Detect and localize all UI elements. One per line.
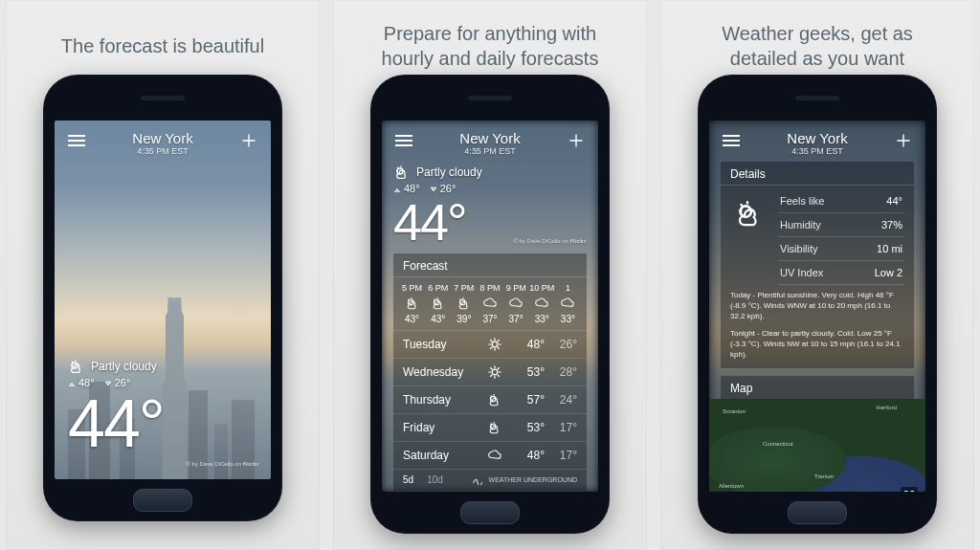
partly-cloudy-icon — [68, 358, 85, 375]
arrow-up-icon — [68, 379, 76, 386]
main-content[interactable]: Details Feels like44°Humidity37%Visibili… — [709, 162, 925, 489]
local-time: 4:35 PM EST — [132, 146, 192, 156]
location-header[interactable]: New York 4:35 PM EST — [787, 130, 847, 156]
tab-10d[interactable]: 10d — [427, 474, 443, 485]
tagline: Weather geeks, get as detailed as you wa… — [693, 17, 942, 75]
forecast-card: Forecast 5 PM 43°6 PM 43°7 PM 39°8 PM 37… — [393, 253, 587, 491]
detail-row: Visibility10 mi — [778, 237, 904, 261]
today-narrative: Today - Plentiful sunshine. Very cold. H… — [721, 285, 914, 329]
app-screen-main: New York 4:35 PM EST Partly cloudy 48° 2… — [55, 121, 271, 479]
weather-underground-icon — [472, 475, 485, 485]
app-screen-forecast: New York 4:35 PM EST Partly cloudy 48° 2… — [382, 121, 598, 492]
day-row[interactable]: Friday 53° 17° — [393, 413, 587, 441]
phone-frame: New York 4:35 PM EST Partly cloudy 48° 2… — [43, 75, 282, 521]
cloudy-icon — [508, 296, 523, 311]
hour-slot: 1 33° — [555, 283, 581, 324]
home-button[interactable] — [788, 501, 847, 524]
speaker-slot — [795, 96, 839, 100]
hour-slot: 5 PM 43° — [399, 283, 425, 324]
promo-panel-3: Weather geeks, get as detailed as you wa… — [660, 0, 974, 550]
arrow-up-icon — [393, 185, 401, 192]
tonight-narrative: Tonight - Clear to partly cloudy. Cold. … — [721, 329, 914, 367]
expand-map-button[interactable] — [901, 487, 918, 492]
map-card: Map Scranton Hartford Connecticut Allent… — [721, 376, 914, 492]
detail-row: Feels like44° — [778, 189, 904, 213]
details-card: Details Feels like44°Humidity37%Visibili… — [721, 162, 914, 368]
top-bar: New York 4:35 PM EST — [709, 121, 925, 160]
hour-slot: 7 PM 39° — [451, 283, 477, 324]
cloudy-icon — [482, 296, 498, 311]
daily-forecast: Tuesday 48° 26°Wednesday 53° 28°Thursday… — [393, 330, 587, 469]
hour-slot: 8 PM 37° — [477, 283, 502, 324]
city-name: New York — [459, 130, 520, 146]
provider-credit: WEATHER UNDERGROUND — [472, 474, 577, 485]
local-time: 4:35 PM EST — [459, 146, 520, 156]
day-row[interactable]: Thursday 57° 24° — [393, 385, 587, 413]
main-content: Partly cloudy 48° 26° 44° © by Dave DiCe… — [55, 160, 271, 474]
tagline: The forecast is beautiful — [61, 17, 264, 75]
condition-text: Partly cloudy — [91, 360, 157, 373]
city-name: New York — [132, 130, 192, 146]
add-location-icon[interactable] — [238, 130, 259, 151]
sunny-icon — [487, 364, 502, 380]
phone-frame: New York 4:35 PM EST Partly cloudy 48° 2… — [370, 75, 610, 534]
sunny-icon — [487, 337, 502, 352]
forecast-heading: Forecast — [393, 253, 587, 277]
partly-cloudy-icon — [393, 164, 411, 181]
top-bar: New York 4:35 PM EST — [55, 121, 271, 160]
cloudy-icon — [534, 296, 549, 311]
weather-map[interactable]: Scranton Hartford Connecticut Allentown … — [709, 399, 925, 492]
day-row[interactable]: Tuesday 48° 26° — [393, 330, 587, 358]
day-row[interactable]: Saturday 48° 17° — [393, 441, 587, 469]
detail-row: Humidity37% — [778, 213, 904, 237]
location-header[interactable]: New York 4:35 PM EST — [459, 130, 520, 156]
phone-frame: New York 4:35 PM EST Details Feels like4… — [698, 75, 937, 534]
arrow-down-icon — [104, 379, 112, 386]
current-summary: Partly cloudy 48° 26° 44° — [68, 358, 164, 457]
current-summary: Partly cloudy 48° 26° 44° © by Dave DiCe… — [393, 160, 587, 244]
home-button[interactable] — [460, 501, 520, 524]
expand-icon — [903, 490, 915, 492]
map-heading: Map — [721, 376, 914, 399]
menu-icon[interactable] — [721, 130, 742, 151]
promo-panel-1: The forecast is beautiful New York 4:35 … — [6, 0, 320, 550]
condition-text: Partly cloudy — [416, 165, 482, 179]
partly-cloudy-icon — [457, 296, 472, 311]
partly-cloudy-icon — [487, 420, 502, 435]
details-heading: Details — [721, 162, 914, 186]
partly-cloudy-icon — [487, 392, 502, 407]
location-header[interactable]: New York 4:35 PM EST — [132, 130, 192, 156]
top-bar: New York 4:35 PM EST — [382, 121, 598, 160]
partly-cloudy-icon — [405, 296, 420, 311]
city-name: New York — [787, 130, 847, 146]
add-location-icon[interactable] — [566, 130, 587, 151]
partly-cloudy-icon — [733, 197, 766, 230]
photo-credit: © by Dave DiCello on flickr — [187, 461, 259, 467]
add-location-icon[interactable] — [893, 130, 914, 151]
cloudy-icon — [560, 296, 575, 311]
partly-cloudy-icon — [431, 296, 446, 311]
detail-row: UV IndexLow 2 — [778, 261, 904, 285]
home-button[interactable] — [133, 489, 192, 512]
speaker-slot — [141, 96, 185, 100]
tagline: Prepare for anything with hourly and dai… — [366, 17, 614, 75]
menu-icon[interactable] — [66, 130, 87, 151]
arrow-down-icon — [430, 185, 437, 192]
menu-icon[interactable] — [393, 130, 414, 151]
detail-rows: Feels like44°Humidity37%Visibility10 miU… — [778, 189, 904, 285]
flickr-brand: flickr — [570, 238, 587, 244]
range-tabs: 5d 10d WEATHER UNDERGROUND — [393, 469, 587, 491]
tab-5d[interactable]: 5d — [403, 474, 413, 485]
speaker-slot — [468, 96, 512, 100]
condition-icon — [730, 189, 768, 285]
local-time: 4:35 PM EST — [787, 146, 847, 156]
hourly-forecast[interactable]: 5 PM 43°6 PM 43°7 PM 39°8 PM 37°9 PM 37°… — [393, 277, 587, 330]
main-content[interactable]: Partly cloudy 48° 26° 44° © by Dave DiCe… — [382, 160, 598, 487]
photo-credit: © by Dave DiCello on flickr — [393, 238, 587, 244]
day-row[interactable]: Wednesday 53° 28° — [393, 358, 587, 385]
current-temp: 44° — [68, 390, 164, 457]
hour-slot: 6 PM 43° — [425, 283, 451, 324]
promo-panel-2: Prepare for anything with hourly and dai… — [333, 0, 647, 550]
app-screen-details: New York 4:35 PM EST Details Feels like4… — [709, 121, 925, 492]
hour-slot: 10 PM 33° — [529, 283, 555, 324]
